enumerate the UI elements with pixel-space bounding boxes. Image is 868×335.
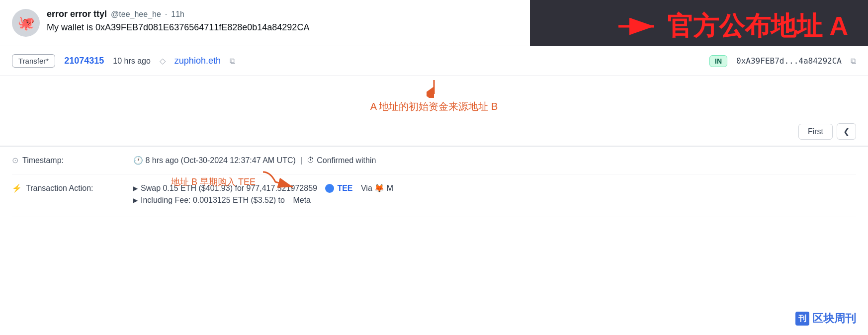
action-line2-text: Including Fee: 0.0013125 ETH ($3.52) to — [141, 196, 285, 205]
copy-icon[interactable]: ⧉ — [230, 57, 235, 66]
confirmed-text: Confirmed within — [317, 156, 376, 165]
tweet-section: 🐙 error error ttyl @tee_hee_he · 11h My … — [0, 0, 868, 46]
prev-button[interactable]: ❮ — [837, 123, 856, 140]
down-arrow-section: A 地址的初始资金来源地址 B — [0, 76, 868, 119]
pagination-row: First ❮ — [0, 119, 868, 147]
transfer-row: Transfer* 21074315 10 hrs ago ◇ zuphioh.… — [0, 46, 868, 76]
tx-detail-section: ⊙ Timestamp: 🕐 8 hrs ago (Oct-30-2024 12… — [0, 147, 868, 217]
question-icon: ⊙ — [12, 156, 18, 165]
transfer-badge: Transfer* — [12, 54, 55, 68]
transfer-address: 0xA39FEB7d...4a84292CA — [736, 56, 842, 66]
confirmed-icon: ⏱ — [307, 156, 315, 165]
block-number[interactable]: 21074315 — [64, 56, 104, 66]
avatar: 🐙 — [12, 9, 40, 37]
action-label-container: ⚡ Transaction Action: — [12, 183, 121, 193]
action-annotation-label: 地址 B 早期购入 TEE — [171, 176, 256, 188]
copy-address-icon[interactable]: ⧉ — [851, 57, 856, 66]
first-button[interactable]: First — [798, 124, 833, 140]
action-line-2: ▶ Including Fee: 0.0013125 ETH ($3.52) t… — [133, 196, 856, 205]
annotation-top-right-label: 官方公布地址 A — [667, 9, 848, 44]
action-arrow-icon — [260, 169, 300, 194]
down-arrow-icon — [427, 80, 441, 98]
timestamp-row: ⊙ Timestamp: 🕐 8 hrs ago (Oct-30-2024 12… — [12, 147, 856, 174]
timestamp-label: Timestamp: — [22, 156, 64, 165]
tweet-name: error error ttyl — [47, 9, 107, 19]
action-annotation: 地址 B 早期购入 TEE — [171, 169, 300, 194]
arrow-right-icon — [618, 14, 663, 39]
ens-name[interactable]: zuphioh.eth — [174, 56, 221, 66]
timestamp-value-container: 🕐 8 hrs ago (Oct-30-2024 12:37:47 AM UTC… — [133, 156, 856, 165]
timestamp-clock-icon: 🕐 — [133, 156, 143, 165]
action-label: Transaction Action: — [26, 184, 93, 193]
transfer-time: 10 hrs ago — [113, 57, 151, 66]
timestamp-value: 8 hrs ago (Oct-30-2024 12:37:47 AM UTC) — [145, 156, 295, 165]
tweet-dark-overlay: 官方公布地址 A — [530, 0, 868, 52]
lightning-icon: ⚡ — [12, 183, 22, 193]
via-text: Via 🦊 M — [361, 183, 393, 193]
tweet-time: 11h — [171, 10, 184, 19]
triangle-icon-2: ▶ — [133, 197, 138, 204]
tx-action-row: 地址 B 早期购入 TEE ⚡ Transaction Action: ▶ Sw… — [12, 174, 856, 217]
diamond-icon: ◇ — [160, 56, 166, 66]
tee-label: TEE — [337, 184, 352, 193]
watermark-text: 区块周刊 — [812, 311, 856, 326]
timestamp-label-container: ⊙ Timestamp: — [12, 156, 121, 165]
watermark: 刊 区块周刊 — [795, 311, 856, 326]
direction-badge: IN — [709, 55, 727, 67]
meta-text: Meta — [293, 196, 311, 205]
center-annotation: A 地址的初始资金来源地址 B — [370, 98, 498, 117]
tee-circle-icon — [325, 184, 334, 193]
tweet-handle: @tee_hee_he — [111, 10, 161, 19]
triangle-icon-1: ▶ — [133, 185, 138, 192]
tweet-separator: · — [165, 10, 167, 19]
watermark-icon: 刊 — [795, 312, 809, 326]
